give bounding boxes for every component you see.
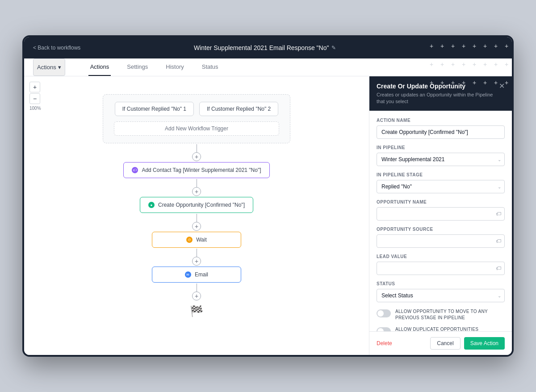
lead-value-tag-icon: 🏷 — [496, 265, 501, 271]
allow-duplicate-toggle[interactable] — [377, 327, 391, 331]
panel-header-content: Create Or Update Opportunity Creates or … — [377, 83, 499, 105]
action-name-input[interactable] — [377, 125, 505, 139]
in-pipeline-label: IN PIPELINE — [377, 145, 505, 150]
opportunity-node-icon: ● — [148, 202, 155, 208]
tag-action-node[interactable]: 🏷 Add Contact Tag [Winter Supplemental 2… — [123, 162, 269, 178]
pipeline-stage-field-group: IN PIPELINE STAGE Replied "No" ⌄ — [377, 172, 505, 193]
tab-history[interactable]: History — [164, 58, 185, 76]
chevron-down-icon: ▾ — [58, 64, 61, 71]
status-label: STATUS — [377, 281, 505, 286]
zoom-level-display: 100% — [29, 106, 41, 111]
opportunity-name-input-wrapper: 🏷 — [377, 207, 505, 221]
pipeline-stage-select-wrapper: Replied "No" ⌄ — [377, 180, 505, 193]
zoom-out-button[interactable]: − — [29, 93, 40, 104]
panel-subtitle: Creates or updates an Opportunity within… — [377, 92, 499, 105]
tag-node-label: Add Contact Tag [Winter Supplemental 202… — [142, 167, 261, 173]
add-step-button-5[interactable]: + — [192, 292, 201, 300]
panel-title: Create Or Update Opportunity — [377, 83, 499, 90]
tab-bar: Actions ▾ Actions Settings History Statu… — [24, 58, 512, 76]
edit-title-icon[interactable]: ✎ — [331, 45, 336, 51]
opportunity-name-field-group: OPPORTUNITY NAME 🏷 — [377, 200, 505, 221]
lead-value-input[interactable] — [377, 262, 505, 275]
connector-2: + — [192, 179, 201, 196]
trigger-nodes: If Customer Replied "No" 1 If Customer R… — [114, 102, 279, 116]
allow-previous-stage-toggle[interactable] — [377, 309, 391, 317]
opportunity-name-input[interactable] — [377, 207, 505, 221]
allow-previous-stage-label: ALLOW OPPORTUNITY TO MOVE TO ANY PREVIOU… — [395, 309, 505, 321]
opportunity-source-label: OPPORTUNITY SOURCE — [377, 227, 505, 232]
opportunity-source-input-wrapper: 🏷 — [377, 234, 505, 248]
add-step-button-4[interactable]: + — [192, 257, 201, 266]
panel-header: Create Or Update Opportunity Creates or … — [369, 76, 512, 111]
email-node-label: Email — [195, 271, 208, 278]
opportunity-name-label: OPPORTUNITY NAME — [377, 200, 505, 204]
trigger-node-2[interactable]: If Customer Replied "No" 2 — [199, 102, 278, 116]
zoom-in-button[interactable]: + — [29, 82, 40, 92]
action-name-label: ACTION NAME — [377, 118, 505, 123]
add-trigger-button[interactable]: Add New Workflow Trigger — [114, 121, 279, 136]
action-name-field-group: ACTION NAME — [377, 118, 505, 139]
allow-previous-stage-toggle-row: ALLOW OPPORTUNITY TO MOVE TO ANY PREVIOU… — [377, 309, 505, 321]
panel-footer: Delete Cancel Save Action — [369, 331, 512, 355]
pipeline-stage-select[interactable]: Replied "No" — [377, 180, 505, 193]
pipeline-stage-label: IN PIPELINE STAGE — [377, 172, 505, 177]
connector-line — [197, 214, 197, 222]
connector-4: + — [192, 249, 201, 266]
close-panel-button[interactable]: ✕ — [499, 83, 505, 90]
workflow-title: Winter Supplemental 2021 Email Response … — [194, 44, 329, 51]
opportunity-action-node[interactable]: ● Create Opportunity [Confirmed "No"] — [140, 197, 253, 213]
add-step-button-2[interactable]: + — [192, 187, 201, 196]
status-select[interactable]: Select Status — [377, 289, 505, 302]
wait-node-icon: ⏱ — [186, 237, 193, 243]
connector-line — [197, 249, 197, 257]
add-step-button-3[interactable]: + — [192, 222, 201, 231]
add-step-button-1[interactable]: + — [192, 152, 201, 161]
workflow-area: If Customer Replied "No" 1 If Customer R… — [24, 76, 369, 344]
wait-action-node[interactable]: ⏱ Wait — [152, 232, 241, 248]
actions-dropdown-button[interactable]: Actions ▾ — [33, 58, 65, 76]
workflow-canvas[interactable]: + − 100% If Customer Replied "No" 1 If C… — [24, 76, 369, 355]
tab-actions[interactable]: Actions — [88, 58, 111, 76]
header: < Back to workflows Winter Supplemental … — [24, 37, 512, 58]
cancel-button[interactable]: Cancel — [430, 337, 460, 350]
app-window: < Back to workflows Winter Supplemental … — [24, 37, 512, 355]
save-action-button[interactable]: Save Action — [464, 337, 505, 350]
tab-status[interactable]: Status — [200, 58, 220, 76]
opportunity-source-input[interactable] — [377, 234, 505, 248]
connector-line — [197, 284, 197, 292]
back-to-workflows-link[interactable]: < Back to workflows — [33, 45, 80, 51]
lead-value-input-wrapper: 🏷 — [377, 262, 505, 275]
lead-value-field-group: LEAD VALUE 🏷 — [377, 254, 505, 275]
email-node-icon: ✉ — [185, 271, 191, 278]
opportunity-name-tag-icon: 🏷 — [496, 211, 501, 217]
tag-node-icon: 🏷 — [132, 167, 138, 173]
header-title-group: Winter Supplemental 2021 Email Response … — [194, 44, 336, 51]
trigger-node-1[interactable]: If Customer Replied "No" 1 — [115, 102, 194, 116]
connector-3: + — [192, 214, 201, 231]
panel-body: ACTION NAME IN PIPELINE Winter Supplemen… — [369, 111, 512, 331]
in-pipeline-field-group: IN PIPELINE Winter Supplemental 2021 ⌄ — [377, 145, 505, 166]
tab-settings[interactable]: Settings — [125, 58, 150, 76]
status-field-group: STATUS Select Status ⌄ — [377, 281, 505, 302]
right-panel: Create Or Update Opportunity Creates or … — [369, 76, 512, 355]
toggle-thumb-2 — [377, 328, 384, 331]
zoom-controls: + − 100% — [29, 82, 41, 111]
connector-1: + — [192, 144, 201, 161]
opportunity-source-tag-icon: 🏷 — [496, 238, 501, 244]
lead-value-label: LEAD VALUE — [377, 254, 505, 259]
opportunity-source-field-group: OPPORTUNITY SOURCE 🏷 — [377, 227, 505, 248]
opportunity-node-label: Create Opportunity [Confirmed "No"] — [158, 202, 245, 208]
in-pipeline-select-wrapper: Winter Supplemental 2021 ⌄ — [377, 153, 505, 166]
footer-actions: Cancel Save Action — [430, 337, 505, 350]
email-action-node[interactable]: ✉ Email — [152, 267, 241, 283]
connector-5: + — [192, 284, 201, 300]
in-pipeline-select[interactable]: Winter Supplemental 2021 — [377, 153, 505, 166]
trigger-box: If Customer Replied "No" 1 If Customer R… — [103, 94, 290, 143]
finish-flag: 🏁 — [190, 305, 203, 317]
allow-duplicate-label: ALLOW DUPLICATE OPPORTUNITIES — [395, 326, 478, 331]
allow-duplicate-toggle-row: ALLOW DUPLICATE OPPORTUNITIES — [377, 326, 505, 331]
status-select-wrapper: Select Status ⌄ — [377, 289, 505, 302]
toggle-thumb — [377, 310, 384, 317]
main-content: + − 100% If Customer Replied "No" 1 If C… — [24, 76, 512, 355]
delete-button[interactable]: Delete — [377, 340, 392, 346]
